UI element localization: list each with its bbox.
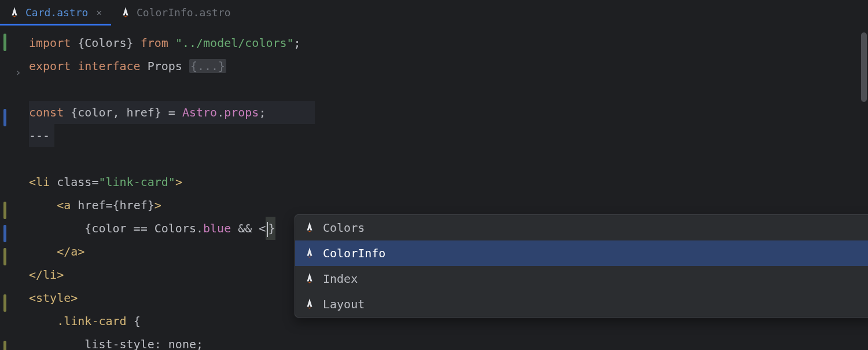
gutter: › (0, 25, 29, 350)
gutter-change-mark[interactable] (3, 34, 6, 51)
gutter-change-mark[interactable] (3, 225, 6, 242)
astro-icon (304, 298, 315, 311)
autocomplete-item[interactable]: Layout (295, 291, 868, 317)
code-line[interactable] (29, 78, 868, 101)
code-line[interactable]: import {Colors} from "../model/colors"; (29, 31, 868, 54)
token-fold: {...} (189, 59, 226, 73)
token-attr: href= (78, 198, 112, 212)
token-def: --- (29, 129, 50, 143)
token-def: { (127, 314, 141, 328)
token-def (50, 175, 57, 189)
fold-arrow-icon[interactable]: › (15, 66, 21, 78)
token-kw: from (141, 36, 168, 50)
code-line[interactable]: const {color, href} = Astro.props; (29, 101, 868, 124)
autocomplete-item[interactable]: ColorInfo (295, 240, 868, 266)
astro-icon (304, 221, 315, 234)
autocomplete-label: Colors (323, 221, 365, 235)
token-def: ; (294, 36, 301, 50)
token-tag: > (175, 175, 182, 189)
token-kw: export interface (29, 59, 141, 73)
token-attr: class= (57, 175, 98, 189)
token-sel: .link-card (57, 314, 126, 328)
vertical-scrollbar[interactable] (860, 25, 868, 350)
autocomplete-popup[interactable]: ColorsColorInfoIndexLayout (295, 214, 868, 318)
autocomplete-item[interactable]: Colors (295, 215, 868, 240)
code-line[interactable]: <li class="link-card"> (29, 170, 868, 194)
caret: } (266, 217, 275, 240)
tab-label: ColorInfo.astro (137, 6, 231, 19)
astro-icon (304, 247, 315, 260)
token-str: "link-card" (98, 175, 175, 189)
code-line[interactable]: export interface Props {...} (29, 54, 868, 78)
token-def: {href} (113, 198, 155, 212)
token-def: {color, href} = (64, 105, 182, 119)
tab-card-astro[interactable]: Card.astro✕ (0, 0, 111, 25)
token-prop: list-style (84, 337, 154, 350)
token-tag: > (155, 198, 161, 212)
gutter-change-mark[interactable] (3, 202, 6, 219)
token-tag: </li> (29, 268, 64, 282)
token-def: Props (141, 59, 189, 73)
code-line[interactable]: --- (29, 124, 868, 147)
astro-icon (9, 6, 20, 19)
token-def: {color == Colors. (84, 221, 203, 235)
token-pur: blue (203, 221, 231, 235)
token-def: {Colors} (71, 36, 140, 50)
token-tag: <li (29, 175, 50, 189)
code-line[interactable]: list-style: none; (29, 333, 868, 350)
autocomplete-item[interactable]: Index (295, 266, 868, 291)
code-line[interactable] (29, 147, 868, 170)
token-def: : none; (155, 337, 203, 350)
token-def: && < (231, 221, 266, 235)
token-def (168, 36, 175, 50)
astro-icon (304, 272, 315, 285)
token-def (71, 198, 78, 212)
token-tag: <style> (29, 291, 78, 305)
token-def: . (217, 105, 224, 119)
token-tag: </a> (57, 245, 84, 258)
gutter-change-mark[interactable] (3, 109, 6, 126)
gutter-change-mark[interactable] (3, 294, 6, 312)
token-pur: props (224, 105, 259, 119)
scroll-thumb[interactable] (861, 32, 867, 102)
autocomplete-label: ColorInfo (323, 246, 385, 260)
token-tag: <a (57, 198, 71, 212)
autocomplete-label: Index (323, 272, 358, 286)
gutter-change-mark[interactable] (3, 341, 6, 350)
tab-colorinfo-astro[interactable]: ColorInfo.astro (111, 0, 240, 25)
token-pur: Astro (182, 105, 217, 119)
token-kw: const (29, 105, 64, 119)
code-line[interactable]: <a href={href}> (29, 194, 868, 217)
close-icon[interactable]: ✕ (96, 7, 102, 18)
tab-label: Card.astro (25, 6, 88, 19)
astro-icon (120, 6, 131, 19)
tabs-bar: Card.astro✕ColorInfo.astro (0, 0, 868, 25)
token-str: "../model/colors" (175, 36, 294, 50)
token-def: ; (259, 105, 266, 119)
gutter-change-mark[interactable] (3, 248, 6, 265)
token-kw: import (29, 36, 71, 50)
autocomplete-label: Layout (323, 297, 365, 311)
